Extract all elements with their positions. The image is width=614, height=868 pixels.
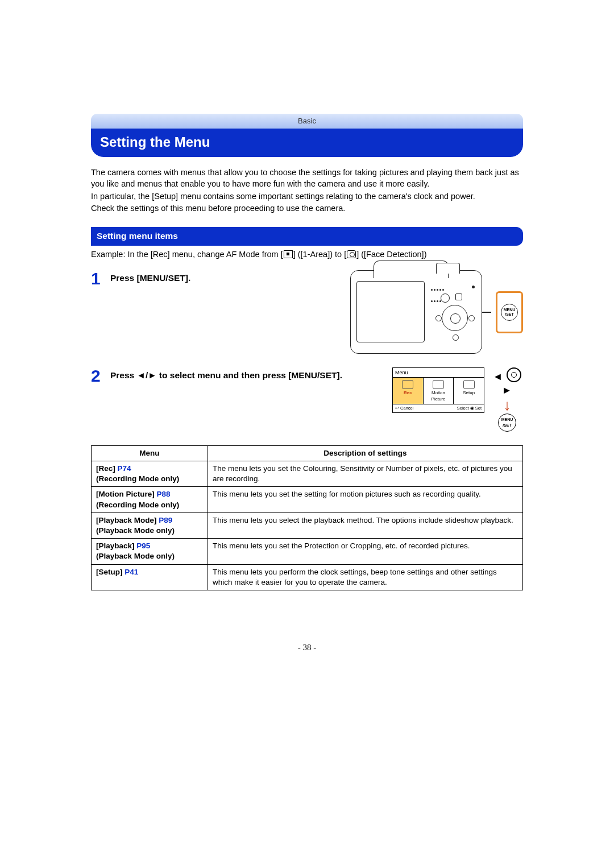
page-link[interactable]: P95 (136, 542, 150, 550)
menu-cell-label: Motion Picture (425, 390, 453, 403)
menu-note: (Recording Mode only) (96, 474, 179, 483)
down-arrow-icon: ↓ (491, 398, 523, 412)
nav-widget: ◄ ► ↓ MENU /SET (491, 367, 523, 432)
table-row: [Setup] P41 This menu lets you perform t… (92, 564, 523, 590)
th-menu: Menu (92, 445, 208, 461)
manual-page: Basic Setting the Menu The camera comes … (91, 0, 523, 687)
menu-set-button-icon: MENU /SET (501, 304, 518, 321)
menu-note: (Playback Mode only) (96, 526, 175, 535)
dpad-icon (442, 305, 468, 331)
intro-text: The camera comes with menus that allow y… (91, 167, 523, 214)
step2-text-b: to select menu and then press [MENU/SET]… (157, 370, 342, 380)
menu-footer-cancel: ↩ Cancel (395, 406, 413, 411)
menu-description: The menu lets you set the Colouring, Sen… (208, 461, 522, 486)
example-mid2: ] ([Face Detection]) (356, 250, 426, 259)
page-number: - 38 - (91, 642, 523, 653)
menu-set-button-icon: MENU /SET (498, 414, 516, 432)
step-2-text: Press ◄/► to select menu and then press … (110, 367, 392, 382)
button-icon (441, 294, 450, 303)
step2-text-a: Press (110, 370, 137, 380)
menu-screen-illustration: Menu Rec Motion Picture Setup (392, 367, 484, 413)
menuset-bottom: /SET (501, 312, 517, 316)
menuset-top: MENU (501, 308, 517, 312)
table-row: [Rec] P74 (Recording Mode only) The menu… (92, 461, 523, 486)
left-triangle-icon: ◄ (493, 371, 504, 382)
step-2-number: 2 (91, 367, 110, 385)
page-title: Setting the Menu (91, 129, 523, 157)
steps: 1 Press [MENU/SET]. MENU (91, 270, 523, 432)
menu-cell-label: Rec (394, 390, 422, 396)
menu-cell-label: Setup (455, 390, 483, 396)
menu-name: [Rec] (96, 464, 115, 473)
face-detection-icon (347, 250, 356, 258)
page-link[interactable]: P74 (118, 464, 131, 473)
menu-name: [Motion Picture] (96, 490, 155, 498)
page-link[interactable]: P89 (159, 516, 172, 524)
example-line: Example: In the [Rec] menu, change AF Mo… (91, 249, 523, 261)
example-mid1: ] ([1-Area]) to [ (293, 250, 346, 259)
dpad-circle-icon (507, 367, 521, 382)
button-icon (455, 294, 462, 300)
menu-cell-rec: Rec (393, 378, 424, 404)
setup-wrench-icon (463, 380, 475, 389)
menuset-top: MENU (499, 417, 516, 422)
menu-description: This menu lets you set the setting for m… (208, 487, 522, 512)
menu-name: [Playback Mode] (96, 516, 157, 524)
menu-description: This menu lets you perform the clock set… (208, 564, 522, 590)
table-row: [Playback Mode] P89 (Playback Mode only)… (92, 512, 523, 538)
step-2: 2 Press ◄/► to select menu and then pres… (91, 367, 523, 432)
camera-illustration: MENU /SET (350, 270, 523, 354)
menu-screen-title: Menu (393, 368, 484, 377)
section-heading: Setting menu items (91, 227, 523, 246)
menu-set-highlight: MENU /SET (496, 291, 523, 333)
page-link[interactable]: P41 (125, 568, 138, 576)
step-2-figure: Menu Rec Motion Picture Setup (392, 367, 523, 432)
menu-note: (Recording Mode only) (96, 501, 179, 509)
menu-description: This menu lets you set the Protection or… (208, 539, 522, 564)
menu-note: (Playback Mode only) (96, 552, 175, 560)
menu-description: This menu lets you select the playback m… (208, 512, 522, 538)
menu-cell-setup: Setup (454, 378, 484, 404)
chapter-band: Basic (91, 114, 523, 129)
page-link[interactable]: P88 (157, 490, 171, 498)
table-row: [Motion Picture] P88 (Recording Mode onl… (92, 487, 523, 512)
th-description: Description of settings (208, 445, 522, 461)
menu-footer-select: Select ◉ Set (457, 406, 482, 411)
right-triangle-icon: ► (502, 385, 513, 396)
speaker-icon (430, 283, 445, 291)
rec-icon (402, 380, 413, 389)
menu-name: [Playback] (96, 542, 135, 550)
menu-cell-motion-picture: Motion Picture (424, 378, 454, 404)
intro-p3: Check the settings of this menu before p… (91, 203, 523, 214)
camera-body-icon (350, 270, 482, 354)
step-1: 1 Press [MENU/SET]. MENU (91, 270, 523, 354)
one-area-icon (284, 250, 293, 258)
step-1-number: 1 (91, 270, 110, 287)
menuset-bottom: /SET (499, 423, 516, 428)
intro-p2: In particular, the [Setup] menu contains… (91, 191, 523, 202)
motion-picture-icon (433, 380, 444, 389)
lcd-icon (356, 281, 425, 342)
table-header-row: Menu Description of settings (92, 445, 523, 461)
menu-name: [Setup] (96, 568, 123, 576)
step-1-text: Press [MENU/SET]. (110, 270, 350, 284)
intro-p1: The camera comes with menus that allow y… (91, 167, 523, 189)
example-prefix: Example: In the [Rec] menu, change AF Mo… (91, 250, 283, 259)
left-right-arrows-icon: ◄/► (137, 370, 157, 380)
table-row: [Playback] P95 (Playback Mode only) This… (92, 539, 523, 564)
settings-table: Menu Description of settings [Rec] P74 (… (91, 445, 523, 590)
